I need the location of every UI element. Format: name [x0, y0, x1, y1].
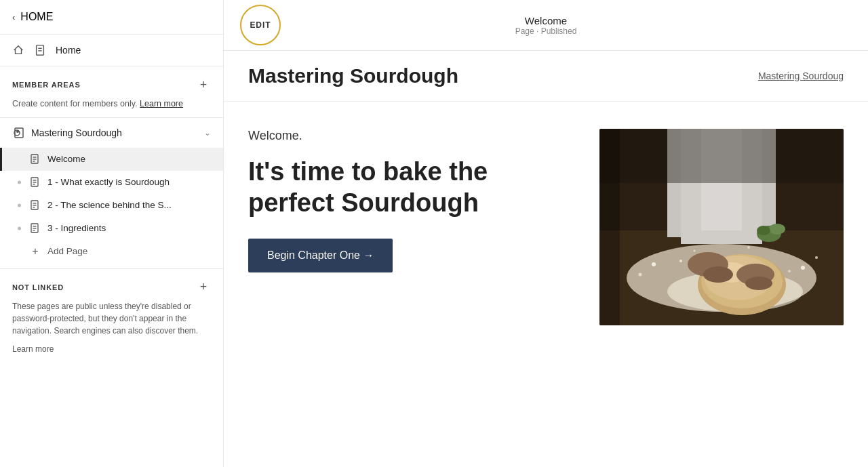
topbar-center: Welcome Page · Published: [515, 15, 577, 36]
svg-point-46: [769, 224, 785, 235]
add-not-linked-button[interactable]: +: [196, 280, 211, 295]
topbar-page-title: Welcome: [515, 15, 577, 26]
svg-point-47: [757, 226, 770, 235]
main-content: EDIT Welcome Page · Published Mastering …: [224, 0, 868, 467]
sub-dot-2: [18, 203, 21, 207]
chevron-left-icon: ‹: [12, 12, 15, 22]
preview-inner: Mastering Sourdough Mastering Sourdoug W…: [224, 51, 868, 352]
svg-point-28: [639, 273, 642, 277]
svg-point-33: [747, 246, 750, 249]
page-item-welcome[interactable]: Welcome: [0, 148, 223, 171]
home-icon: [12, 44, 24, 56]
add-member-area-button[interactable]: +: [196, 77, 211, 92]
chevron-down-icon: ⌄: [204, 128, 211, 138]
group-icon: [12, 126, 26, 140]
doc-icon-2: [30, 200, 41, 211]
not-linked-section: NOT LINKED + These pages are public unle…: [0, 269, 223, 366]
doc-icon-1: [30, 177, 41, 188]
svg-point-32: [694, 250, 696, 252]
bread-image-container: [599, 129, 844, 325]
svg-point-29: [801, 266, 805, 270]
content-section: Welcome. It's time to bake the perfect S…: [224, 102, 868, 352]
home-back-label: HOME: [20, 11, 53, 23]
not-linked-learn-more-link[interactable]: Learn more: [12, 344, 54, 354]
mastering-sourdough-group: Mastering Sourdough ⌄ Welcome: [0, 118, 223, 269]
page-label-welcome: Welcome: [47, 154, 85, 164]
member-areas-label: MEMBER AREAS: [12, 81, 81, 89]
welcome-text: Welcome.: [248, 129, 572, 143]
page-item-2[interactable]: 2 - The science behind the S...: [0, 194, 223, 217]
svg-rect-0: [37, 45, 44, 55]
svg-rect-4: [15, 128, 23, 138]
not-linked-label: NOT LINKED: [12, 283, 64, 291]
member-areas-learn-more-link[interactable]: Learn more: [140, 99, 183, 108]
pages-list: Welcome 1 - What exactly is Sourdough: [0, 148, 223, 268]
sidebar: ‹ HOME Home MEMBER AREAS + Create conten…: [0, 0, 224, 467]
svg-point-43: [703, 266, 733, 283]
page-label-1: 1 - What exactly is Sourdough: [47, 177, 170, 187]
svg-rect-49: [599, 129, 620, 325]
doc-icon-3: [30, 223, 41, 234]
page-breadcrumb[interactable]: Mastering Sourdoug: [758, 70, 844, 81]
sub-dot-1: [18, 180, 21, 184]
page-item-1[interactable]: 1 - What exactly is Sourdough: [0, 171, 223, 194]
add-page-icon: +: [30, 246, 41, 257]
edit-button[interactable]: EDIT: [240, 5, 281, 45]
svg-point-27: [679, 260, 682, 262]
svg-point-31: [788, 270, 791, 272]
member-areas-description: Create content for members only. Learn m…: [12, 98, 211, 110]
preview-area: Mastering Sourdough Mastering Sourdoug W…: [224, 51, 868, 467]
topbar: EDIT Welcome Page · Published: [224, 0, 868, 51]
edit-button-wrap: EDIT: [240, 5, 281, 45]
page-label-3: 3 - Ingredients: [47, 223, 106, 233]
svg-rect-48: [599, 129, 844, 183]
page-title-bar: Mastering Sourdough Mastering Sourdoug: [224, 51, 868, 102]
member-areas-header: MEMBER AREAS +: [12, 77, 211, 92]
doc-icon-welcome: [30, 154, 41, 165]
sub-dot-3: [18, 226, 21, 230]
headline: It's time to bake the perfect Sourdough: [248, 157, 572, 218]
page-icon: [34, 44, 46, 56]
member-areas-section: MEMBER AREAS + Create content for member…: [0, 66, 223, 118]
add-page-button[interactable]: + Add Page: [0, 240, 223, 263]
not-linked-header: NOT LINKED +: [12, 280, 211, 295]
svg-point-5: [16, 130, 19, 133]
home-page-label: Home: [56, 45, 81, 56]
page-main-title: Mastering Sourdough: [248, 64, 458, 87]
svg-point-44: [745, 277, 772, 290]
content-left: Welcome. It's time to bake the perfect S…: [248, 129, 572, 272]
home-back-link[interactable]: ‹ HOME: [0, 0, 223, 35]
active-indicator: [0, 148, 2, 171]
home-page-item[interactable]: Home: [0, 35, 223, 66]
bread-image: [599, 129, 844, 325]
not-linked-description: These pages are public unless they're di…: [12, 300, 211, 337]
svg-point-30: [815, 256, 818, 259]
add-page-label: Add Page: [47, 246, 87, 256]
page-item-3[interactable]: 3 - Ingredients: [0, 217, 223, 240]
begin-chapter-button[interactable]: Begin Chapter One →: [248, 239, 393, 272]
group-label: Mastering Sourdough: [31, 127, 199, 138]
group-header[interactable]: Mastering Sourdough ⌄: [0, 118, 223, 148]
page-label-2: 2 - The science behind the S...: [47, 200, 172, 210]
svg-point-26: [652, 262, 656, 266]
topbar-page-status: Page · Published: [515, 26, 577, 36]
